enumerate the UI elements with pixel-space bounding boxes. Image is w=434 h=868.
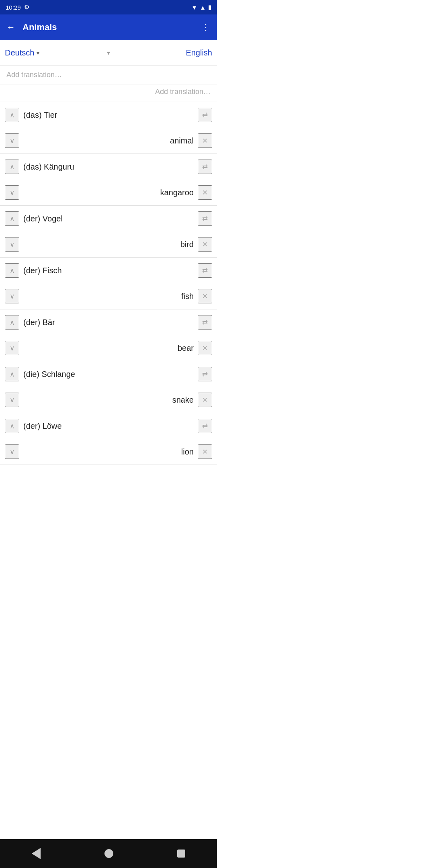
source-language-selector[interactable]: Deutsch ▾ <box>5 48 99 57</box>
move-up-button[interactable]: ∧ <box>5 419 19 433</box>
word-row-english: ∨ bear ✕ <box>0 335 217 361</box>
word-row-english: ∨ snake ✕ <box>0 387 217 413</box>
swap-button[interactable]: ⇄ <box>198 367 212 381</box>
german-word: (der) Vogel <box>19 214 198 223</box>
word-pair: ∧ (der) Fisch ⇄ ∨ fish ✕ <box>0 258 217 309</box>
german-word: (der) Bär <box>19 318 198 327</box>
word-row-german: ∧ (der) Bär ⇄ <box>0 309 217 335</box>
target-language-label: English <box>186 48 212 57</box>
source-language-label: Deutsch <box>5 48 34 57</box>
word-pair: ∧ (die) Schlange ⇄ ∨ snake ✕ <box>0 361 217 413</box>
battery-icon: ▮ <box>208 4 211 11</box>
app-bar: ← Animals ⋮ <box>0 14 217 40</box>
move-up-button[interactable]: ∧ <box>5 263 19 278</box>
word-row-english: ∨ kangaroo ✕ <box>0 180 217 205</box>
status-bar: 10:29 ⚙ ▼ ▲ ▮ <box>0 0 217 14</box>
swap-button[interactable]: ⇄ <box>198 315 212 330</box>
status-time: 10:29 <box>6 4 21 11</box>
german-word: (das) Tier <box>19 111 198 120</box>
more-menu-button[interactable]: ⋮ <box>201 22 211 33</box>
word-pair: ∧ (das) Tier ⇄ ∨ animal ✕ <box>0 102 217 154</box>
english-word: bear <box>19 344 198 353</box>
move-up-button[interactable]: ∧ <box>5 211 19 226</box>
delete-word-button[interactable]: ✕ <box>198 341 212 355</box>
delete-word-button[interactable]: ✕ <box>198 237 212 252</box>
wifi-icon: ▼ <box>191 4 197 11</box>
word-row-english: ∨ animal ✕ <box>0 128 217 154</box>
move-down-button[interactable]: ∨ <box>5 133 19 148</box>
word-row-german: ∧ (das) Känguru ⇄ <box>0 154 217 180</box>
add-translation-right-row <box>0 84 217 102</box>
english-word: animal <box>19 136 198 145</box>
german-word: (das) Känguru <box>19 162 198 172</box>
move-up-button[interactable]: ∧ <box>5 315 19 330</box>
word-pair: ∧ (das) Känguru ⇄ ∨ kangaroo ✕ <box>0 154 217 206</box>
delete-word-button[interactable]: ✕ <box>198 185 212 200</box>
chevron-down-icon: ▾ <box>107 49 110 57</box>
delete-word-button[interactable]: ✕ <box>198 133 212 148</box>
german-word: (der) Löwe <box>19 422 198 431</box>
word-row-german: ∧ (der) Löwe ⇄ <box>0 413 217 439</box>
delete-word-button[interactable]: ✕ <box>198 289 212 303</box>
swap-button[interactable]: ⇄ <box>198 211 212 226</box>
move-down-button[interactable]: ∨ <box>5 444 19 459</box>
add-translation-left-input[interactable] <box>6 71 211 79</box>
word-pair: ∧ (der) Bär ⇄ ∨ bear ✕ <box>0 309 217 361</box>
english-word: kangaroo <box>19 188 198 197</box>
target-language-selector[interactable]: English <box>118 48 212 57</box>
add-translation-right-input[interactable] <box>6 88 211 96</box>
move-up-button[interactable]: ∧ <box>5 367 19 381</box>
page-title: Animals <box>23 22 201 33</box>
signal-icon: ▲ <box>200 4 206 11</box>
word-row-german: ∧ (das) Tier ⇄ <box>0 102 217 128</box>
word-pair: ∧ (der) Löwe ⇄ ∨ lion ✕ <box>0 413 217 465</box>
back-button[interactable]: ← <box>6 22 15 33</box>
german-word: (der) Fisch <box>19 266 198 275</box>
move-up-button[interactable]: ∧ <box>5 108 19 122</box>
delete-word-button[interactable]: ✕ <box>198 393 212 407</box>
move-up-button[interactable]: ∧ <box>5 160 19 174</box>
move-down-button[interactable]: ∨ <box>5 289 19 303</box>
move-down-button[interactable]: ∨ <box>5 185 19 200</box>
swap-button[interactable]: ⇄ <box>198 419 212 433</box>
add-translation-left-row <box>0 66 217 84</box>
move-down-button[interactable]: ∨ <box>5 393 19 407</box>
move-down-button[interactable]: ∨ <box>5 237 19 252</box>
word-row-english: ∨ lion ✕ <box>0 439 217 465</box>
english-word: lion <box>19 447 198 457</box>
delete-word-button[interactable]: ✕ <box>198 444 212 459</box>
german-word: (die) Schlange <box>19 370 198 379</box>
word-pairs-list: ∧ (das) Tier ⇄ ∨ animal ✕ ∧ (das) Kängur… <box>0 102 217 465</box>
source-language-dropdown-icon: ▾ <box>37 50 39 56</box>
word-row-german: ∧ (der) Vogel ⇄ <box>0 206 217 231</box>
word-row-german: ∧ (der) Fisch ⇄ <box>0 258 217 283</box>
language-divider: ▾ <box>99 49 118 57</box>
english-word: fish <box>19 292 198 301</box>
english-word: bird <box>19 240 198 249</box>
swap-button[interactable]: ⇄ <box>198 108 212 122</box>
word-row-german: ∧ (die) Schlange ⇄ <box>0 361 217 387</box>
gear-icon: ⚙ <box>24 4 29 11</box>
english-word: snake <box>19 395 198 405</box>
swap-button[interactable]: ⇄ <box>198 263 212 278</box>
word-pair: ∧ (der) Vogel ⇄ ∨ bird ✕ <box>0 206 217 258</box>
swap-button[interactable]: ⇄ <box>198 160 212 174</box>
word-row-english: ∨ fish ✕ <box>0 283 217 309</box>
word-row-english: ∨ bird ✕ <box>0 231 217 257</box>
move-down-button[interactable]: ∨ <box>5 341 19 355</box>
language-selector-row: Deutsch ▾ ▾ English <box>0 40 217 66</box>
